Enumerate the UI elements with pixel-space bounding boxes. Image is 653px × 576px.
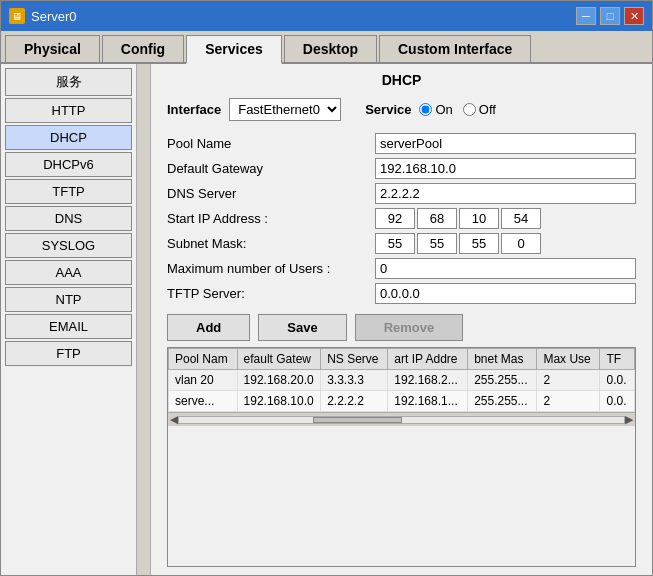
tab-bar: Physical Config Services Desktop Custom … bbox=[1, 31, 652, 64]
start-ip-octet4[interactable] bbox=[501, 208, 541, 229]
sidebar-item-http[interactable]: HTTP bbox=[5, 98, 132, 123]
pool-name-label: Pool Name bbox=[167, 136, 367, 151]
service-radio-group: On Off bbox=[419, 102, 495, 117]
start-ip-fields bbox=[375, 208, 636, 229]
start-ip-octet1[interactable] bbox=[375, 208, 415, 229]
form-table: Pool Name Default Gateway DNS Server Sta… bbox=[167, 133, 636, 304]
scrollbar-track bbox=[178, 416, 625, 424]
default-gateway-label: Default Gateway bbox=[167, 161, 367, 176]
maximize-button[interactable]: □ bbox=[600, 7, 620, 25]
sidebar-item-tftp[interactable]: TFTP bbox=[5, 179, 132, 204]
sidebar-item-ftp[interactable]: FTP bbox=[5, 341, 132, 366]
add-button[interactable]: Add bbox=[167, 314, 250, 341]
sidebar-item-services[interactable]: 服务 bbox=[5, 68, 132, 96]
service-off-radio[interactable]: Off bbox=[463, 102, 496, 117]
default-gateway-input[interactable] bbox=[375, 158, 636, 179]
max-users-input[interactable] bbox=[375, 258, 636, 279]
content-area: 服务 HTTP DHCP DHCPv6 TFTP DNS SYSLOG AAA … bbox=[1, 64, 652, 575]
sidebar-item-ntp[interactable]: NTP bbox=[5, 287, 132, 312]
table-row[interactable]: vlan 20192.168.20.03.3.3.3192.168.2...25… bbox=[169, 370, 635, 391]
sidebar: 服务 HTTP DHCP DHCPv6 TFTP DNS SYSLOG AAA … bbox=[1, 64, 151, 575]
col-tftp: TF bbox=[600, 349, 635, 370]
subnet-mask-octet4[interactable] bbox=[501, 233, 541, 254]
main-panel: DHCP Interface FastEthernet0 Service On … bbox=[151, 64, 652, 575]
close-button[interactable]: ✕ bbox=[624, 7, 644, 25]
table-header-row: Pool Nam efault Gatew NS Serve art IP Ad… bbox=[169, 349, 635, 370]
col-max-users: Max Use bbox=[537, 349, 600, 370]
table-row[interactable]: serve...192.168.10.02.2.2.2192.168.1...2… bbox=[169, 391, 635, 412]
window-title: Server0 bbox=[31, 9, 77, 24]
col-start-ip: art IP Addre bbox=[388, 349, 468, 370]
tab-desktop[interactable]: Desktop bbox=[284, 35, 377, 62]
tftp-server-input[interactable] bbox=[375, 283, 636, 304]
subnet-mask-fields bbox=[375, 233, 636, 254]
col-dns: NS Serve bbox=[321, 349, 388, 370]
data-table-container: Pool Nam efault Gatew NS Serve art IP Ad… bbox=[167, 347, 636, 567]
button-row: Add Save Remove bbox=[167, 314, 636, 341]
tab-config[interactable]: Config bbox=[102, 35, 184, 62]
dns-server-input[interactable] bbox=[375, 183, 636, 204]
data-table: Pool Nam efault Gatew NS Serve art IP Ad… bbox=[168, 348, 635, 412]
tab-custom-interface[interactable]: Custom Interface bbox=[379, 35, 531, 62]
sidebar-item-dhcp[interactable]: DHCP bbox=[5, 125, 132, 150]
minimize-button[interactable]: ─ bbox=[576, 7, 596, 25]
sidebar-item-dns[interactable]: DNS bbox=[5, 206, 132, 231]
sidebar-item-syslog[interactable]: SYSLOG bbox=[5, 233, 132, 258]
col-pool-name: Pool Nam bbox=[169, 349, 238, 370]
save-button[interactable]: Save bbox=[258, 314, 346, 341]
title-controls: ─ □ ✕ bbox=[576, 7, 644, 25]
subnet-mask-label: Subnet Mask: bbox=[167, 236, 367, 251]
interface-label: Interface bbox=[167, 102, 221, 117]
dns-server-label: DNS Server bbox=[167, 186, 367, 201]
sidebar-item-aaa[interactable]: AAA bbox=[5, 260, 132, 285]
tftp-server-label: TFTP Server: bbox=[167, 286, 367, 301]
start-ip-label: Start IP Address : bbox=[167, 211, 367, 226]
subnet-mask-octet3[interactable] bbox=[459, 233, 499, 254]
tab-physical[interactable]: Physical bbox=[5, 35, 100, 62]
subnet-mask-octet2[interactable] bbox=[417, 233, 457, 254]
max-users-label: Maximum number of Users : bbox=[167, 261, 367, 276]
sidebar-scrollbar[interactable] bbox=[136, 64, 150, 575]
horizontal-scrollbar[interactable]: ◀ ▶ bbox=[168, 412, 635, 426]
sidebar-item-email[interactable]: EMAIL bbox=[5, 314, 132, 339]
main-window: 🖥 Server0 ─ □ ✕ Physical Config Services… bbox=[0, 0, 653, 576]
sidebar-item-dhcpv6[interactable]: DHCPv6 bbox=[5, 152, 132, 177]
panel-title: DHCP bbox=[167, 72, 636, 88]
pool-name-input[interactable] bbox=[375, 133, 636, 154]
title-bar: 🖥 Server0 ─ □ ✕ bbox=[1, 1, 652, 31]
app-icon: 🖥 bbox=[9, 8, 25, 24]
col-default-gw: efault Gatew bbox=[237, 349, 321, 370]
start-ip-octet3[interactable] bbox=[459, 208, 499, 229]
col-subnet: bnet Mas bbox=[468, 349, 537, 370]
service-on-radio[interactable]: On bbox=[419, 102, 452, 117]
scrollbar-thumb bbox=[313, 417, 402, 423]
interface-row: Interface FastEthernet0 Service On Off bbox=[167, 98, 636, 121]
interface-select[interactable]: FastEthernet0 bbox=[229, 98, 341, 121]
subnet-mask-octet1[interactable] bbox=[375, 233, 415, 254]
tab-services[interactable]: Services bbox=[186, 35, 282, 64]
table-body: vlan 20192.168.20.03.3.3.3192.168.2...25… bbox=[169, 370, 635, 412]
title-bar-left: 🖥 Server0 bbox=[9, 8, 77, 24]
remove-button[interactable]: Remove bbox=[355, 314, 464, 341]
start-ip-octet2[interactable] bbox=[417, 208, 457, 229]
service-label: Service bbox=[365, 102, 411, 117]
